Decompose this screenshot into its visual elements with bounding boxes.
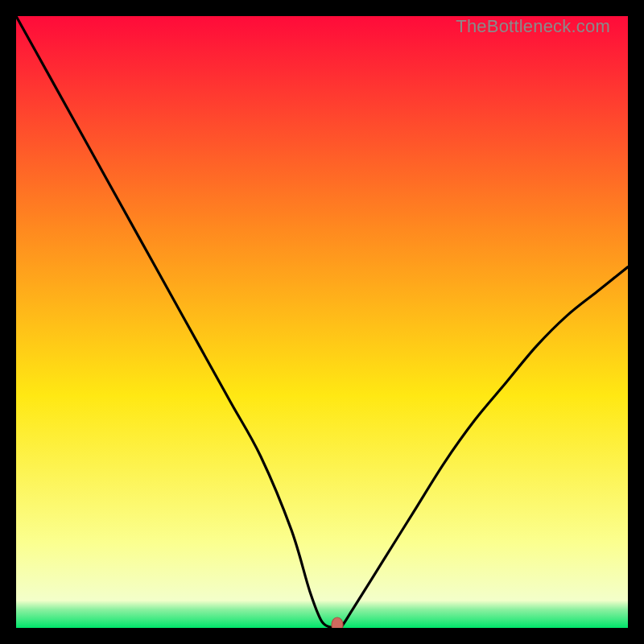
chart-frame: TheBottleneck.com [16,16,628,628]
bottleneck-chart [16,16,628,628]
optimal-point-marker [332,617,343,628]
gradient-background [16,16,628,628]
watermark-text: TheBottleneck.com [456,16,610,37]
